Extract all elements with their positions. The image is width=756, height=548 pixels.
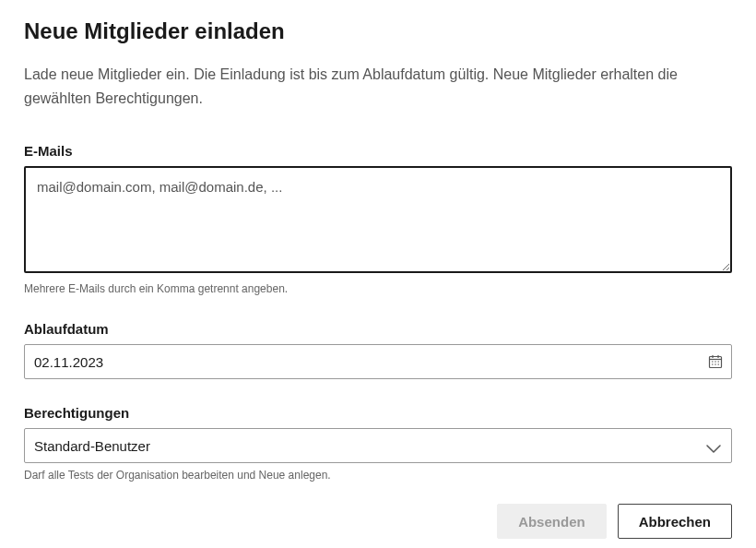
emails-field-group: E-Mails Mehrere E-Mails durch ein Komma … [24,143,732,295]
page-description: Lade neue Mitglieder ein. Die Einladung … [24,63,732,110]
emails-input[interactable] [24,166,732,273]
expiration-field-group: Ablaufdatum [24,321,732,379]
select-wrapper: Standard-Benutzer [24,428,732,463]
date-input-wrapper [24,344,732,379]
permissions-help-text: Darf alle Tests der Organisation bearbei… [24,469,732,482]
cancel-button[interactable]: Abbrechen [618,504,732,539]
permissions-label: Berechtigungen [24,405,732,421]
emails-help-text: Mehrere E-Mails durch ein Komma getrennt… [24,282,732,295]
expiration-label: Ablaufdatum [24,321,732,337]
permissions-select[interactable]: Standard-Benutzer [24,428,732,463]
permissions-field-group: Berechtigungen Standard-Benutzer Darf al… [24,405,732,482]
emails-label: E-Mails [24,143,732,159]
page-title: Neue Mitglieder einladen [24,18,732,44]
button-row: Absenden Abbrechen [24,504,732,539]
expiration-input[interactable] [24,344,732,379]
submit-button[interactable]: Absenden [497,504,607,539]
